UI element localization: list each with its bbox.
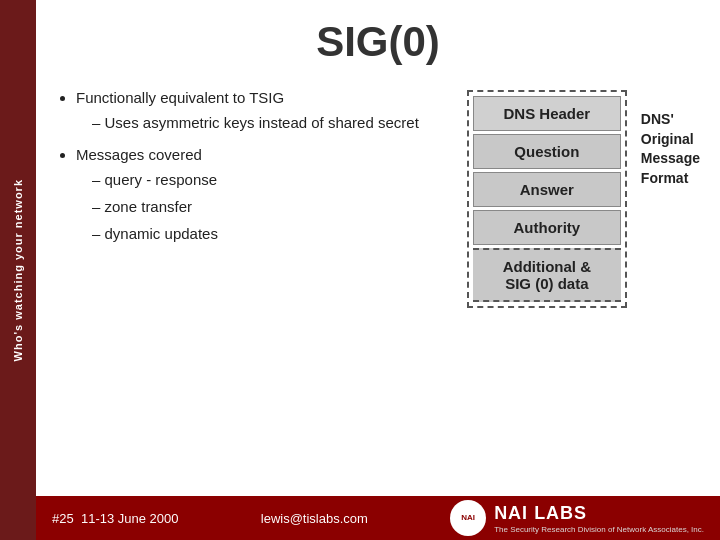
bullet-item-1: Functionally equivalent to TSIG Uses asy… — [76, 86, 457, 135]
dns-question-row: Question — [473, 134, 621, 169]
main-content: SIG(0) Functionally equivalent to TSIG U… — [36, 0, 720, 540]
bullet-sub-1: Uses asymmetric keys instead of shared s… — [92, 111, 457, 134]
dns-box: DNS Header Question Answer Authority Add… — [467, 90, 627, 308]
bullet-sub-4: dynamic updates — [92, 222, 457, 245]
nai-logo-circle: NAI — [450, 500, 486, 536]
dns-diagram: DNS Header Question Answer Authority Add… — [467, 90, 700, 308]
footer-logo-area: NAI NAI LABS The Security Research Divis… — [450, 500, 704, 536]
bullet-sub-3: zone transfer — [92, 195, 457, 218]
bullet-sub-2: query - response — [92, 168, 457, 191]
dns-authority-row: Authority — [473, 210, 621, 245]
footer-slide-number: #25 11-13 June 2000 — [52, 511, 179, 526]
content-area: Functionally equivalent to TSIG Uses asy… — [36, 76, 720, 308]
dns-header-row: DNS Header — [473, 96, 621, 131]
dns-answer-row: Answer — [473, 172, 621, 207]
nai-subtext: The Security Research Division of Networ… — [494, 525, 704, 535]
page-title: SIG(0) — [36, 0, 720, 76]
sidebar: Who's watching your network — [0, 0, 36, 540]
dns-additional-row: Additional &SIG (0) data — [473, 248, 621, 302]
bullet-item-2: Messages covered query - response zone t… — [76, 143, 457, 246]
nai-labs-text: NAI LABS — [494, 502, 587, 525]
footer-email: lewis@tislabs.com — [261, 511, 368, 526]
bullet-points: Functionally equivalent to TSIG Uses asy… — [56, 86, 457, 308]
footer: #25 11-13 June 2000 lewis@tislabs.com NA… — [36, 496, 720, 540]
dns-format-label: DNS'OriginalMessageFormat — [641, 110, 700, 188]
sidebar-text: Who's watching your network — [12, 179, 24, 361]
